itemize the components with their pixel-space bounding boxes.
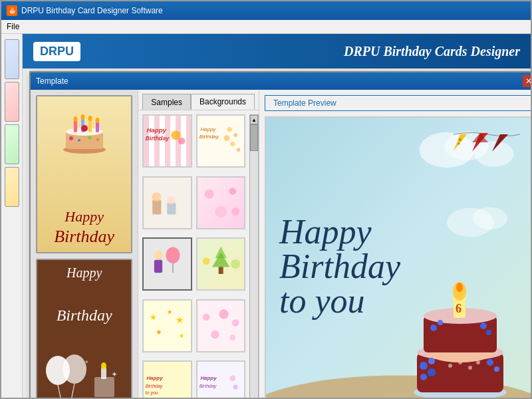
card-preview-1[interactable]: Happy Birthday — [36, 95, 132, 253]
modal-close-button[interactable]: ✕ — [523, 75, 531, 87]
outer-window: 🎂 DRPU Birthday Card Designer Software F… — [0, 0, 532, 399]
sidebar-thumb-3[interactable] — [5, 124, 19, 164]
sidebar-thumb-4[interactable] — [5, 167, 19, 207]
left-sidebar — [1, 34, 23, 398]
template-thumb-3[interactable] — [142, 176, 192, 229]
svg-point-82 — [458, 143, 460, 145]
template-tabs: Samples Backgrounds — [138, 90, 259, 110]
template-thumb-4[interactable] — [196, 176, 245, 229]
svg-point-35 — [237, 148, 240, 152]
svg-text:Happy: Happy — [200, 375, 217, 381]
svg-point-89 — [428, 368, 436, 376]
svg-point-14 — [95, 118, 99, 123]
scroll-up-arrow[interactable]: ▲ — [250, 115, 258, 124]
svg-point-15 — [81, 125, 88, 132]
svg-text:★: ★ — [179, 332, 184, 338]
card-preview-2[interactable]: Happy Birthday — [36, 259, 132, 398]
svg-point-99 — [430, 325, 437, 331]
svg-point-60 — [232, 319, 239, 327]
bday-line1: Happy — [279, 215, 400, 249]
svg-text:★: ★ — [176, 314, 185, 325]
thumb1-content: Happy Birthday — [144, 118, 190, 164]
thumb8-content — [198, 303, 244, 349]
svg-point-34 — [230, 142, 235, 146]
svg-text:Happy: Happy — [147, 126, 167, 134]
svg-point-52 — [231, 259, 240, 269]
thumb10-content: Happy Birthday — [198, 364, 244, 398]
modal-titlebar: Template ✕ — [31, 72, 531, 90]
svg-text:✦: ✦ — [111, 370, 118, 379]
bday-card-preview: Happy Birthday to you — [266, 118, 531, 398]
card2-illustration: ✦ ✦ — [38, 350, 131, 398]
pennants-svg — [447, 128, 527, 168]
samples-tab[interactable]: Samples — [142, 94, 191, 110]
svg-point-90 — [487, 359, 493, 366]
menu-bar: File — [1, 20, 531, 34]
bday-line3: to you — [279, 284, 400, 319]
outer-window-title: DRPU Birthday Card Designer Software — [21, 6, 525, 15]
svg-point-18 — [63, 354, 86, 384]
file-menu[interactable]: File — [7, 22, 19, 31]
template-thumb-5[interactable] — [142, 237, 192, 291]
bday-cake-area: 6 — [400, 131, 520, 398]
template-thumb-6[interactable] — [196, 237, 245, 291]
template-panel: Samples Backgrounds H — [138, 90, 259, 398]
template-thumb-7[interactable]: ★ ★ ★ ★ ★ — [142, 299, 192, 352]
svg-rect-45 — [154, 260, 162, 273]
svg-text:★: ★ — [167, 309, 172, 315]
svg-point-5 — [88, 136, 92, 140]
svg-point-37 — [152, 192, 162, 201]
svg-point-59 — [219, 309, 228, 319]
app-title: DRPU Birthday Cards Designer — [344, 44, 520, 59]
card1-happy: Happy — [54, 208, 114, 225]
preview-canvas: Happy Birthday to you — [265, 116, 531, 398]
svg-point-100 — [438, 320, 443, 325]
svg-rect-38 — [167, 203, 176, 215]
svg-text:6: 6 — [456, 302, 462, 315]
svg-point-28 — [178, 138, 186, 145]
outer-titlebar: 🎂 DRPU Birthday Card Designer Software — [1, 1, 531, 20]
card1-birthday: Birthday — [54, 226, 114, 247]
svg-point-33 — [223, 135, 229, 141]
svg-text:Birthday: Birthday — [199, 134, 219, 140]
svg-rect-10 — [96, 122, 99, 132]
thumb2-content: Happy Birthday — [198, 118, 244, 164]
svg-point-86 — [420, 362, 428, 370]
sidebar-thumb-2[interactable] — [5, 82, 19, 122]
svg-point-102 — [486, 330, 491, 335]
svg-point-87 — [428, 358, 435, 364]
svg-point-41 — [229, 188, 236, 195]
svg-point-68 — [229, 376, 235, 382]
app-header: DRPU DRPU Birthday Cards Designer — [23, 34, 531, 68]
svg-point-32 — [233, 134, 237, 137]
scroll-thumb[interactable] — [250, 124, 258, 151]
card2-happy: Happy — [66, 265, 102, 281]
svg-line-17 — [58, 385, 61, 398]
card-preview-panel: Happy Birthday Happy Birthday — [31, 90, 138, 398]
card1-text: Happy Birthday — [54, 208, 114, 247]
template-dialog: Template ✕ — [29, 71, 531, 398]
template-thumb-1[interactable]: Happy Birthday — [142, 114, 192, 168]
sidebar-thumb-1[interactable] — [5, 39, 19, 79]
template-thumb-9[interactable]: Happy Birthday to you — [142, 360, 192, 398]
svg-text:★: ★ — [150, 313, 157, 322]
svg-marker-80 — [492, 134, 508, 152]
thumb9-content: Happy Birthday to you — [144, 364, 190, 398]
svg-text:★: ★ — [156, 328, 162, 336]
svg-point-94 — [468, 366, 472, 370]
template-thumb-10[interactable]: Happy Birthday — [196, 360, 245, 398]
svg-point-46 — [166, 247, 180, 264]
svg-point-40 — [204, 189, 213, 198]
svg-point-105 — [456, 283, 463, 292]
svg-point-22 — [101, 362, 106, 369]
thumb7-content: ★ ★ ★ ★ ★ — [144, 303, 190, 349]
template-thumb-2[interactable]: Happy Birthday — [196, 114, 245, 168]
svg-text:Birthday: Birthday — [146, 384, 163, 389]
svg-point-31 — [227, 127, 232, 132]
preview-tab[interactable]: Template Preview — [265, 95, 531, 111]
template-thumb-8[interactable] — [196, 299, 245, 352]
svg-point-81 — [459, 138, 462, 141]
backgrounds-tab[interactable]: Backgrounds — [191, 94, 255, 110]
thumb6-content — [198, 241, 244, 287]
bday-line2: Birthday — [279, 249, 400, 284]
